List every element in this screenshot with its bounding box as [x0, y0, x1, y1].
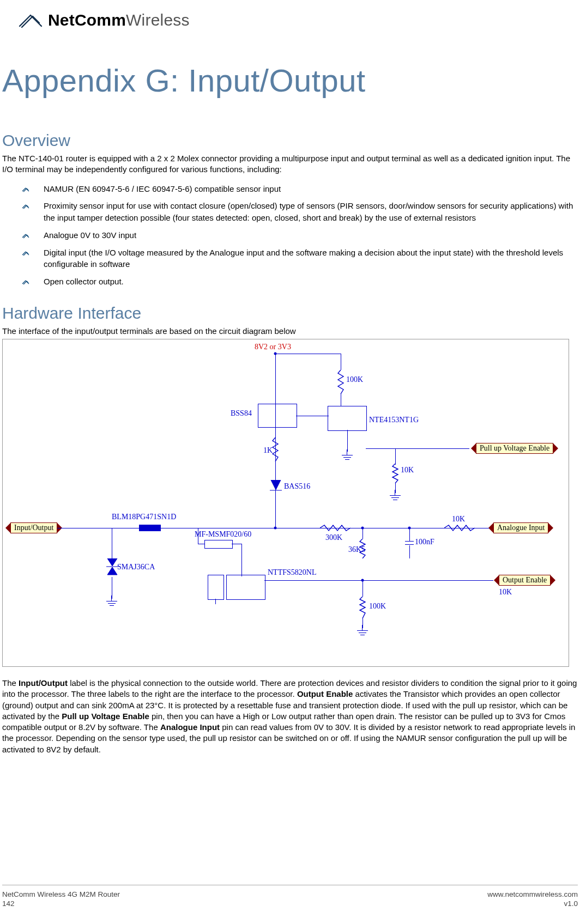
- svg-marker-0: [107, 558, 117, 566]
- label-r10k-a: 10K: [401, 466, 414, 475]
- list-item: Digital input (the I/O voltage measured …: [33, 247, 578, 271]
- port-analogue-input: Analogue Input: [493, 522, 548, 533]
- label-bss84: BSS84: [231, 409, 252, 418]
- label-blm: BLM18PG471SN1D: [112, 513, 176, 521]
- list-item: Analogue 0V to 30V input: [33, 229, 578, 241]
- label-r10k-b: 10K: [452, 515, 465, 524]
- label-r36k5: 36K5: [348, 545, 365, 554]
- resistor-100k-b: [359, 597, 366, 618]
- mosfet-nte: [328, 406, 367, 431]
- footer-version: v1.0: [487, 899, 578, 909]
- hardware-heading: Hardware Interface: [2, 304, 578, 323]
- diode-bas516: [270, 480, 282, 496]
- bullet-icon: [22, 248, 29, 260]
- schematic-supply-label: 8V2 or 3V3: [255, 343, 291, 351]
- ferrite-bead: [139, 525, 161, 531]
- explanation-paragraph: The Input/Output label is the physical c…: [2, 678, 578, 755]
- label-r100k-a: 100K: [346, 375, 363, 384]
- list-item: NAMUR (EN 60947-5-6 / IEC 60947-5-6) com…: [33, 183, 578, 195]
- mosfet-nttfs: [226, 575, 265, 600]
- label-bas516: BAS516: [284, 482, 310, 491]
- explain-s3: Pull up Voltage Enable: [62, 712, 149, 721]
- overview-list: NAMUR (EN 60947-5-6 / IEC 60947-5-6) com…: [2, 183, 578, 288]
- footer-url: www.netcommwireless.com: [487, 890, 578, 899]
- explain-s1: Input/Output: [19, 678, 68, 688]
- overview-heading: Overview: [2, 131, 578, 150]
- brand-logo-icon: [19, 12, 43, 28]
- list-item: Proximity sensor input for use with cont…: [33, 200, 578, 224]
- resistor-100k-top: [337, 370, 345, 394]
- footer-product: NetComm Wireless 4G M2M Router: [2, 890, 120, 899]
- ground-symbol: [106, 601, 117, 609]
- resettable-fuse: [204, 540, 233, 549]
- label-nte: NTE4153NT1G: [369, 416, 419, 424]
- port-output-enable: Output Enable: [499, 575, 551, 586]
- label-r10k-c: 10K: [499, 588, 512, 597]
- explain-t1: The: [2, 678, 19, 688]
- port-input-output: Input/Output: [10, 522, 57, 533]
- ground-symbol: [342, 455, 353, 463]
- brand-logo-text: NetCommWireless: [48, 11, 190, 29]
- resistor-300k: [320, 524, 351, 532]
- resistor-10k-b: [444, 524, 475, 532]
- bullet-icon: [22, 184, 29, 196]
- resistor-10k-a: [391, 464, 399, 483]
- label-c100n: 100nF: [415, 538, 434, 546]
- bullet-icon: [22, 277, 29, 289]
- capacitor-100nf: [405, 541, 414, 545]
- brand-name-bold: NetComm: [48, 11, 126, 29]
- list-item: Open collector output.: [33, 276, 578, 288]
- hardware-intro: The interface of the input/output termin…: [2, 326, 578, 337]
- brand-logo: NetCommWireless: [2, 11, 578, 29]
- label-r100k-b: 100K: [369, 602, 386, 611]
- label-r300k: 300K: [325, 533, 342, 542]
- ground-symbol: [357, 630, 368, 638]
- svg-marker-3: [271, 480, 281, 490]
- port-pullup-enable: Pull up Voltage Enable: [476, 443, 553, 454]
- list-item-text: NAMUR (EN 60947-5-6 / IEC 60947-5-6) com…: [44, 184, 281, 193]
- circuit-diagram: 8V2 or 3V3 Input/Output Pull up Voltage …: [2, 339, 569, 667]
- label-mfm: MF-MSMF020/60: [195, 530, 251, 539]
- list-item-text: Analogue 0V to 30V input: [44, 230, 136, 240]
- label-smaj: SMAJ36CA: [117, 563, 155, 572]
- overview-intro: The NTC-140-01 router is equipped with a…: [2, 153, 578, 175]
- ground-symbol: [390, 495, 401, 503]
- explain-s4: Analogue Input: [160, 722, 220, 732]
- list-item-text: Open collector output.: [44, 277, 124, 286]
- mosfet-bss84: [258, 404, 297, 428]
- page-footer: NetComm Wireless 4G M2M Router 142 www.n…: [2, 885, 578, 909]
- footer-page: 142: [2, 899, 120, 909]
- list-item-text: Digital input (the I/O voltage measured …: [44, 248, 563, 269]
- bullet-icon: [22, 230, 29, 242]
- bullet-icon: [22, 201, 29, 213]
- page-title: Appendix G: Input/Output: [2, 62, 578, 99]
- label-r1k: 1K: [263, 446, 273, 455]
- nttfs-aux: [208, 575, 224, 600]
- label-nttfs: NTTFS5820NL: [268, 568, 316, 577]
- brand-name-light: Wireless: [126, 11, 190, 29]
- list-item-text: Proximity sensor input for use with cont…: [44, 201, 573, 222]
- explain-s2: Output Enable: [297, 689, 353, 698]
- svg-marker-2: [107, 567, 117, 575]
